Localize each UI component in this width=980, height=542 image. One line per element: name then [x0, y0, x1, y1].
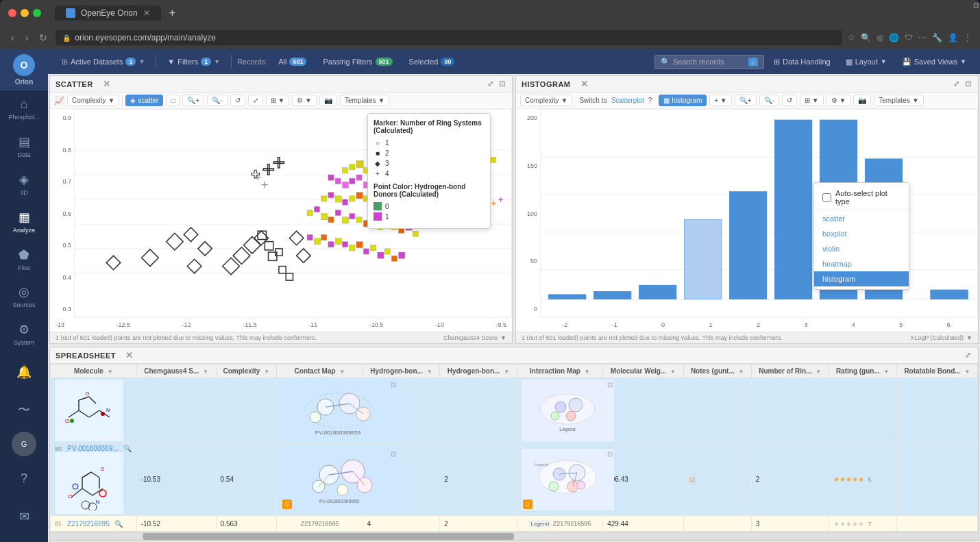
plot-type-heatmap[interactable]: heatmap: [814, 256, 909, 271]
histogram-plot-area[interactable]: [540, 109, 978, 318]
sidebar-item-phosphol[interactable]: ⌂ Phosphol...: [0, 90, 48, 128]
browser-tab[interactable]: OpenEye Orion ✕: [55, 5, 161, 21]
row-80-zoom-btn[interactable]: Q: [282, 500, 292, 509]
hist-axis-btn[interactable]: Complexity ▼: [520, 95, 572, 106]
scatter-axis-btn[interactable]: Complexity ▼: [67, 95, 119, 106]
plot-type-scatter[interactable]: scatter: [814, 211, 909, 226]
sidebar-item-activity[interactable]: 〜: [0, 391, 48, 428]
scatter-plot-area[interactable]: ✚ + +: [74, 109, 512, 318]
col-chemgauss[interactable]: Chemgauss4 S... ▼: [136, 365, 216, 378]
scatter-camera-btn[interactable]: 📷: [319, 95, 337, 106]
row-80-stars[interactable]: ★★★★★: [833, 476, 864, 483]
col-contact-map[interactable]: Contact Map ▼: [277, 365, 363, 378]
scatter-fit-btn[interactable]: ⤢: [248, 95, 263, 106]
row-80-contact-map-vis[interactable]: PV-001800369859 Q ⊡: [281, 449, 397, 510]
layout-btn[interactable]: ▦ Layout ▼: [840, 56, 892, 69]
new-tab-btn[interactable]: +: [169, 7, 175, 19]
row-80-map-expand[interactable]: ⊡: [391, 450, 396, 458]
scatter-score-selector[interactable]: Chemgauss4 Score ▼: [443, 334, 506, 341]
sidebar-item-notifications[interactable]: 🔔: [0, 353, 48, 391]
scatterplot-link[interactable]: Scatterplot: [611, 97, 644, 104]
ext-icon-1[interactable]: 🔍: [861, 33, 871, 42]
spreadsheet-expand-btn[interactable]: ⤢: [964, 351, 972, 360]
scatter-square-btn[interactable]: □: [166, 95, 180, 106]
selected-btn[interactable]: Selected 80: [404, 56, 461, 68]
ext-icon-7[interactable]: 👤: [948, 33, 958, 42]
row-80-interaction-vis[interactable]: Legend Q ⊡: [522, 449, 614, 510]
ext-icon-3[interactable]: 🌐: [889, 33, 899, 42]
sidebar-item-sources[interactable]: ◎ Sources: [0, 278, 48, 315]
ext-icon-2[interactable]: ◎: [877, 33, 883, 42]
sidebar-item-data[interactable]: ▤ Data: [0, 127, 48, 165]
col-hb-acceptor[interactable]: Hydrogen-bon... ▼: [440, 365, 517, 378]
col-molecule[interactable]: Molecule ▼: [51, 365, 137, 378]
scatter-expand-btn[interactable]: ⤢: [486, 79, 495, 88]
url-bar[interactable]: 🔒 orion.eyesopen.com/app/main/analyze: [56, 30, 842, 45]
table-row-80[interactable]: 80 PV-001800369... 🔍: [51, 443, 978, 516]
table-row-81[interactable]: 81 Z2179216595 🔍 -10.52 0.563 Z217921659…: [51, 516, 978, 532]
maximize-window-btn[interactable]: [33, 9, 41, 17]
table-container[interactable]: Molecule ▼ Chemgauss4 S... ▼ Complexity …: [50, 364, 978, 532]
sidebar-logo[interactable]: O Orion: [0, 49, 48, 90]
auto-select-checkbox[interactable]: Auto-select plot type: [814, 186, 909, 210]
row-81-search-icon[interactable]: 🔍: [114, 520, 123, 528]
plot-type-boxplot[interactable]: boxplot: [814, 226, 909, 241]
col-rings[interactable]: Number of Rin... ▼: [751, 365, 829, 378]
data-handling-btn[interactable]: ⊞ Data Handling: [768, 56, 836, 69]
active-datasets-btn[interactable]: ⊞ Active Datasets 1 ▼: [56, 56, 150, 69]
scatter-settings-btn[interactable]: ⚙ ▼: [292, 95, 317, 106]
saved-views-btn[interactable]: 💾 Saved Views ▼: [896, 56, 972, 69]
sidebar-item-floe[interactable]: ⬟ Floe: [0, 241, 48, 278]
sidebar-item-analyze[interactable]: ▦ Analyze: [0, 203, 48, 241]
close-tab-btn[interactable]: ✕: [143, 8, 150, 18]
user-avatar[interactable]: G: [12, 432, 36, 456]
hist-camera-btn[interactable]: 📷: [853, 95, 871, 106]
contact-map-expand-1[interactable]: ⊡: [391, 381, 396, 389]
scatter-zoom-in-btn[interactable]: 🔍+: [182, 95, 204, 106]
refresh-btn[interactable]: ↻: [36, 31, 50, 45]
plot-type-histogram[interactable]: histogram: [814, 271, 909, 286]
row-80-interaction-zoom[interactable]: Q: [523, 500, 532, 509]
hist-refresh-btn[interactable]: ↺: [782, 95, 797, 106]
col-notes[interactable]: Notes (gunt... ▼: [683, 365, 751, 378]
ext-icon-5[interactable]: ⋯: [918, 33, 927, 42]
spreadsheet-close-btn[interactable]: ✕: [125, 350, 133, 360]
interaction-expand-1[interactable]: ⊡: [607, 381, 613, 389]
hist-zoom-in-btn[interactable]: 🔍+: [735, 95, 757, 106]
auto-select-input[interactable]: [822, 193, 831, 202]
hist-zoom-out-btn[interactable]: 🔍-: [759, 95, 779, 106]
search-submit-icon[interactable]: ⌕: [748, 58, 758, 66]
search-box[interactable]: 🔍 Search records ⌕: [654, 55, 764, 69]
hist-type-btn[interactable]: ▦ histogram: [659, 95, 707, 106]
scroll-thumb[interactable]: [143, 533, 514, 540]
ext-icon-6[interactable]: 🔧: [932, 33, 942, 42]
col-hb-donor[interactable]: Hydrogen-bon... ▼: [363, 365, 439, 378]
scatter-close-btn[interactable]: ✕: [103, 79, 110, 89]
col-rotatable[interactable]: Rotatable Bond... ▼: [896, 365, 977, 378]
scatter-refresh-btn[interactable]: ↺: [230, 95, 245, 106]
col-interaction[interactable]: Interaction Map ▼: [517, 365, 603, 378]
hist-add-btn[interactable]: + ▼: [709, 95, 732, 106]
scatter-zoom-out-btn[interactable]: 🔍-: [207, 95, 227, 106]
plot-type-violin[interactable]: violin: [814, 241, 909, 256]
scatter-fullscreen-btn[interactable]: ⊡: [498, 79, 506, 88]
hist-settings-btn[interactable]: ⚙ ▼: [826, 95, 851, 106]
sidebar-item-system[interactable]: ⚙ System: [0, 315, 48, 353]
scatter-grid-btn[interactable]: ⊞ ▼: [266, 95, 290, 106]
histogram-fullscreen-btn[interactable]: ⊡: [964, 79, 972, 88]
col-complexity[interactable]: Complexity ▼: [216, 365, 277, 378]
hist-grid-btn[interactable]: ⊞ ▼: [800, 95, 824, 106]
sidebar-item-help[interactable]: ?: [0, 460, 48, 497]
row-80-interaction-expand[interactable]: ⊡: [607, 450, 613, 458]
scatter-type-btn[interactable]: ◈ scatter: [125, 95, 163, 106]
minimize-window-btn[interactable]: [21, 9, 29, 17]
forward-btn[interactable]: ›: [23, 31, 32, 45]
hist-templates-btn[interactable]: Templates ▼: [874, 95, 923, 106]
back-btn[interactable]: ‹: [8, 31, 17, 45]
contact-map-vis-1[interactable]: PV-001800369859 ⊡: [281, 380, 397, 441]
histogram-score-selector[interactable]: XLogP (Calculated) ▼: [910, 334, 972, 341]
close-window-btn[interactable]: [8, 9, 16, 17]
menu-btn[interactable]: ⋮: [964, 33, 972, 42]
sidebar-item-messages[interactable]: ✉: [0, 497, 48, 535]
passing-filters-btn[interactable]: Passing Filters 501: [317, 56, 397, 68]
